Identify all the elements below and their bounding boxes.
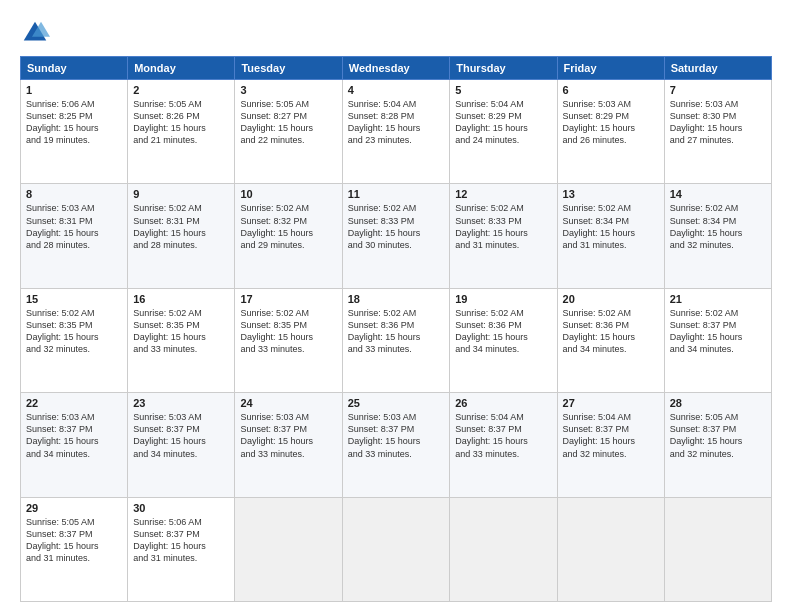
day-info: Sunrise: 5:06 AM Sunset: 8:25 PM Dayligh…	[26, 98, 122, 147]
calendar-day-23: 23Sunrise: 5:03 AM Sunset: 8:37 PM Dayli…	[128, 393, 235, 497]
day-info: Sunrise: 5:06 AM Sunset: 8:37 PM Dayligh…	[133, 516, 229, 565]
calendar-day-19: 19Sunrise: 5:02 AM Sunset: 8:36 PM Dayli…	[450, 288, 557, 392]
calendar-header-row: SundayMondayTuesdayWednesdayThursdayFrid…	[21, 57, 772, 80]
day-info: Sunrise: 5:02 AM Sunset: 8:37 PM Dayligh…	[670, 307, 766, 356]
calendar-day-1: 1Sunrise: 5:06 AM Sunset: 8:25 PM Daylig…	[21, 80, 128, 184]
calendar-week-2: 8Sunrise: 5:03 AM Sunset: 8:31 PM Daylig…	[21, 184, 772, 288]
col-header-wednesday: Wednesday	[342, 57, 450, 80]
calendar-day-20: 20Sunrise: 5:02 AM Sunset: 8:36 PM Dayli…	[557, 288, 664, 392]
day-info: Sunrise: 5:02 AM Sunset: 8:35 PM Dayligh…	[133, 307, 229, 356]
day-info: Sunrise: 5:03 AM Sunset: 8:37 PM Dayligh…	[240, 411, 336, 460]
calendar-day-24: 24Sunrise: 5:03 AM Sunset: 8:37 PM Dayli…	[235, 393, 342, 497]
calendar-day-22: 22Sunrise: 5:03 AM Sunset: 8:37 PM Dayli…	[21, 393, 128, 497]
calendar-day-25: 25Sunrise: 5:03 AM Sunset: 8:37 PM Dayli…	[342, 393, 450, 497]
calendar-day-8: 8Sunrise: 5:03 AM Sunset: 8:31 PM Daylig…	[21, 184, 128, 288]
day-info: Sunrise: 5:02 AM Sunset: 8:32 PM Dayligh…	[240, 202, 336, 251]
day-number: 12	[455, 188, 551, 200]
col-header-tuesday: Tuesday	[235, 57, 342, 80]
day-info: Sunrise: 5:02 AM Sunset: 8:34 PM Dayligh…	[563, 202, 659, 251]
day-number: 13	[563, 188, 659, 200]
calendar-day-28: 28Sunrise: 5:05 AM Sunset: 8:37 PM Dayli…	[664, 393, 771, 497]
day-info: Sunrise: 5:02 AM Sunset: 8:33 PM Dayligh…	[455, 202, 551, 251]
calendar-week-1: 1Sunrise: 5:06 AM Sunset: 8:25 PM Daylig…	[21, 80, 772, 184]
calendar-day-10: 10Sunrise: 5:02 AM Sunset: 8:32 PM Dayli…	[235, 184, 342, 288]
day-number: 6	[563, 84, 659, 96]
day-number: 24	[240, 397, 336, 409]
day-info: Sunrise: 5:04 AM Sunset: 8:37 PM Dayligh…	[455, 411, 551, 460]
day-info: Sunrise: 5:02 AM Sunset: 8:36 PM Dayligh…	[563, 307, 659, 356]
day-info: Sunrise: 5:02 AM Sunset: 8:33 PM Dayligh…	[348, 202, 445, 251]
day-number: 21	[670, 293, 766, 305]
calendar-day-11: 11Sunrise: 5:02 AM Sunset: 8:33 PM Dayli…	[342, 184, 450, 288]
day-number: 27	[563, 397, 659, 409]
calendar-day-15: 15Sunrise: 5:02 AM Sunset: 8:35 PM Dayli…	[21, 288, 128, 392]
calendar-day-29: 29Sunrise: 5:05 AM Sunset: 8:37 PM Dayli…	[21, 497, 128, 601]
day-number: 5	[455, 84, 551, 96]
day-info: Sunrise: 5:03 AM Sunset: 8:37 PM Dayligh…	[348, 411, 445, 460]
day-number: 17	[240, 293, 336, 305]
day-number: 3	[240, 84, 336, 96]
calendar-day-empty	[557, 497, 664, 601]
day-info: Sunrise: 5:03 AM Sunset: 8:31 PM Dayligh…	[26, 202, 122, 251]
day-info: Sunrise: 5:02 AM Sunset: 8:35 PM Dayligh…	[26, 307, 122, 356]
day-info: Sunrise: 5:05 AM Sunset: 8:37 PM Dayligh…	[26, 516, 122, 565]
day-info: Sunrise: 5:04 AM Sunset: 8:28 PM Dayligh…	[348, 98, 445, 147]
day-info: Sunrise: 5:02 AM Sunset: 8:36 PM Dayligh…	[348, 307, 445, 356]
day-number: 18	[348, 293, 445, 305]
calendar-day-14: 14Sunrise: 5:02 AM Sunset: 8:34 PM Dayli…	[664, 184, 771, 288]
calendar-day-16: 16Sunrise: 5:02 AM Sunset: 8:35 PM Dayli…	[128, 288, 235, 392]
day-info: Sunrise: 5:03 AM Sunset: 8:37 PM Dayligh…	[133, 411, 229, 460]
day-number: 29	[26, 502, 122, 514]
day-number: 14	[670, 188, 766, 200]
calendar-day-30: 30Sunrise: 5:06 AM Sunset: 8:37 PM Dayli…	[128, 497, 235, 601]
calendar-day-6: 6Sunrise: 5:03 AM Sunset: 8:29 PM Daylig…	[557, 80, 664, 184]
day-number: 28	[670, 397, 766, 409]
day-number: 23	[133, 397, 229, 409]
day-number: 26	[455, 397, 551, 409]
day-number: 10	[240, 188, 336, 200]
day-number: 2	[133, 84, 229, 96]
calendar-day-2: 2Sunrise: 5:05 AM Sunset: 8:26 PM Daylig…	[128, 80, 235, 184]
calendar-table: SundayMondayTuesdayWednesdayThursdayFrid…	[20, 56, 772, 602]
day-info: Sunrise: 5:02 AM Sunset: 8:34 PM Dayligh…	[670, 202, 766, 251]
calendar-day-26: 26Sunrise: 5:04 AM Sunset: 8:37 PM Dayli…	[450, 393, 557, 497]
day-info: Sunrise: 5:04 AM Sunset: 8:37 PM Dayligh…	[563, 411, 659, 460]
calendar-day-7: 7Sunrise: 5:03 AM Sunset: 8:30 PM Daylig…	[664, 80, 771, 184]
col-header-saturday: Saturday	[664, 57, 771, 80]
day-info: Sunrise: 5:05 AM Sunset: 8:27 PM Dayligh…	[240, 98, 336, 147]
header	[20, 18, 772, 48]
logo-icon	[20, 18, 50, 48]
day-info: Sunrise: 5:05 AM Sunset: 8:26 PM Dayligh…	[133, 98, 229, 147]
calendar-day-5: 5Sunrise: 5:04 AM Sunset: 8:29 PM Daylig…	[450, 80, 557, 184]
calendar-day-3: 3Sunrise: 5:05 AM Sunset: 8:27 PM Daylig…	[235, 80, 342, 184]
calendar-week-5: 29Sunrise: 5:05 AM Sunset: 8:37 PM Dayli…	[21, 497, 772, 601]
day-info: Sunrise: 5:03 AM Sunset: 8:30 PM Dayligh…	[670, 98, 766, 147]
day-number: 25	[348, 397, 445, 409]
calendar-day-empty	[450, 497, 557, 601]
calendar-day-13: 13Sunrise: 5:02 AM Sunset: 8:34 PM Dayli…	[557, 184, 664, 288]
day-number: 11	[348, 188, 445, 200]
logo	[20, 18, 54, 48]
calendar-day-27: 27Sunrise: 5:04 AM Sunset: 8:37 PM Dayli…	[557, 393, 664, 497]
calendar-day-empty	[235, 497, 342, 601]
day-number: 20	[563, 293, 659, 305]
day-number: 19	[455, 293, 551, 305]
calendar-day-17: 17Sunrise: 5:02 AM Sunset: 8:35 PM Dayli…	[235, 288, 342, 392]
day-info: Sunrise: 5:03 AM Sunset: 8:37 PM Dayligh…	[26, 411, 122, 460]
col-header-monday: Monday	[128, 57, 235, 80]
calendar-day-9: 9Sunrise: 5:02 AM Sunset: 8:31 PM Daylig…	[128, 184, 235, 288]
calendar-week-4: 22Sunrise: 5:03 AM Sunset: 8:37 PM Dayli…	[21, 393, 772, 497]
day-info: Sunrise: 5:02 AM Sunset: 8:31 PM Dayligh…	[133, 202, 229, 251]
day-number: 4	[348, 84, 445, 96]
col-header-sunday: Sunday	[21, 57, 128, 80]
calendar-day-18: 18Sunrise: 5:02 AM Sunset: 8:36 PM Dayli…	[342, 288, 450, 392]
day-info: Sunrise: 5:04 AM Sunset: 8:29 PM Dayligh…	[455, 98, 551, 147]
calendar-day-21: 21Sunrise: 5:02 AM Sunset: 8:37 PM Dayli…	[664, 288, 771, 392]
col-header-friday: Friday	[557, 57, 664, 80]
col-header-thursday: Thursday	[450, 57, 557, 80]
day-info: Sunrise: 5:05 AM Sunset: 8:37 PM Dayligh…	[670, 411, 766, 460]
day-info: Sunrise: 5:02 AM Sunset: 8:35 PM Dayligh…	[240, 307, 336, 356]
day-number: 9	[133, 188, 229, 200]
day-number: 1	[26, 84, 122, 96]
day-number: 22	[26, 397, 122, 409]
